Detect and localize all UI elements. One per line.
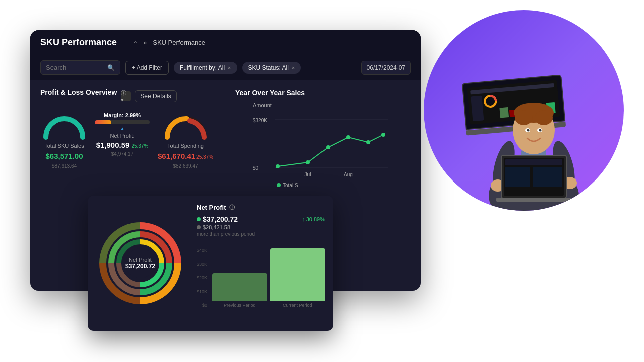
margin-triangle-icon: ▲: [120, 126, 124, 131]
svg-point-5: [306, 160, 310, 164]
bar-prev-fill: [212, 273, 267, 301]
person-circle: [424, 10, 624, 211]
net-profit-value: $1,900.59: [96, 141, 130, 149]
net-profit-popup-title: Net Profit ⓘ: [197, 204, 325, 211]
date-range-badge[interactable]: 06/17/2024-07: [361, 61, 411, 75]
y-label-0: $0: [197, 303, 207, 308]
filter-chip-sku-label: SKU Status: All: [248, 64, 289, 71]
total-spending-value: $61,670.41: [158, 152, 195, 160]
breadcrumb-current: SKU Performance: [153, 39, 205, 46]
scene: SKU Performance ⌂ » SKU Performance 🔍 + …: [0, 0, 644, 362]
current-profit-dot: [197, 217, 201, 221]
dashboard-title: SKU Performance: [40, 37, 117, 48]
bar-current-period: Current Period: [270, 248, 325, 308]
total-spending-pct: 25.37%: [196, 154, 213, 160]
margin-bar: [95, 120, 150, 124]
yoy-chart-svg: Amount $320K $0: [235, 97, 411, 198]
search-icon: 🔍: [107, 64, 115, 71]
svg-text:$320K: $320K: [253, 118, 267, 123]
info-icon-small: ⓘ: [229, 204, 235, 211]
filter-chip-fulfillment[interactable]: Fulfillment by: All ×: [174, 62, 237, 74]
donut-section: Net Profit $37,200.72: [88, 196, 193, 331]
svg-point-9: [381, 133, 385, 137]
search-input[interactable]: [46, 64, 103, 71]
prev-profit-dot: [197, 225, 201, 229]
svg-point-26: [535, 110, 553, 125]
prev-profit-amount: $28,421.58: [203, 224, 230, 230]
filter-chip-fulfillment-label: Fulfillment by: All: [180, 64, 225, 71]
svg-rect-39: [533, 167, 562, 187]
bar-prev-label: Previous Period: [224, 303, 256, 308]
total-spending-sub: $82,639.47: [173, 163, 198, 169]
net-profit-popup: Net Profit $37,200.72 Net Profit ⓘ $37,2…: [88, 196, 333, 331]
current-profit-pct: ↑ 30.89%: [302, 216, 325, 222]
bar-curr-label: Current Period: [283, 303, 312, 308]
person-svg: [424, 10, 624, 211]
y-label-40k: $40K: [197, 248, 207, 253]
margin-bar-fill: [95, 120, 111, 124]
y-axis: $40K $30K $20K $10K $0: [197, 248, 207, 308]
svg-rect-38: [505, 167, 530, 187]
total-sku-sub: $87,613.64: [52, 163, 77, 169]
total-spending-gauge: Total Spending $61,670.41 25.37% $82,639…: [158, 112, 213, 169]
donut-center-title: Net Profit: [125, 257, 155, 263]
bar-chart-container: $40K $30K $20K $10K $0 Previous Period C…: [197, 243, 325, 308]
svg-point-30: [539, 129, 542, 132]
home-icon[interactable]: ⌂: [133, 39, 137, 47]
filter-chip-fulfillment-close[interactable]: ×: [228, 65, 231, 71]
y-label-10k: $10K: [197, 289, 207, 294]
net-profit-label: Net Profit:: [110, 133, 135, 139]
total-sku-value: $63,571.00: [45, 152, 83, 160]
bar-previous-period: Previous Period: [212, 273, 267, 308]
svg-rect-37: [505, 159, 562, 165]
svg-text:Jul: Jul: [305, 172, 311, 177]
svg-point-4: [276, 164, 280, 168]
svg-text:Total S: Total S: [283, 183, 298, 188]
yoy-title: Year Over Year Sales: [235, 89, 305, 97]
bar-curr-fill: [270, 248, 325, 301]
prev-profit-row: $28,421.58: [197, 224, 325, 230]
donut-center-label: Net Profit $37,200.72: [125, 257, 155, 270]
total-sku-sales-gauge: Total SKU Sales $63,571.00 $87,613.64: [42, 112, 87, 169]
margin-net-profit: Margin: 2.99% ▲ Net Profit: $1,900.59 25…: [95, 112, 150, 157]
filter-bar: 🔍 + Add Filter Fulfillment by: All × SKU…: [30, 55, 421, 80]
yoy-amount-label: Amount: [253, 102, 272, 108]
profit-note: more than previous period: [197, 231, 325, 237]
bar-section: Net Profit ⓘ $37,200.72 ↑ 30.89% $28,421…: [193, 196, 333, 331]
svg-point-8: [366, 140, 370, 144]
svg-point-25: [515, 110, 533, 125]
filter-chip-sku-status[interactable]: SKU Status: All ×: [242, 62, 301, 74]
y-label-30k: $30K: [197, 262, 207, 267]
header-divider: [125, 38, 125, 48]
search-box[interactable]: 🔍: [40, 60, 120, 75]
info-button[interactable]: ⓘ ▾: [121, 91, 131, 101]
svg-rect-40: [496, 198, 571, 202]
breadcrumb-separator: »: [144, 39, 147, 46]
y-label-20k: $20K: [197, 275, 207, 280]
see-details-button[interactable]: See Details: [135, 90, 176, 102]
yoy-chart-area: Amount $320K $0: [235, 97, 411, 188]
margin-label: Margin: 2.99%: [104, 112, 141, 118]
dashboard-header: SKU Performance ⌂ » SKU Performance: [30, 30, 421, 55]
svg-point-12: [277, 183, 281, 187]
donut-chart-wrapper: Net Profit $37,200.72: [98, 221, 183, 306]
current-profit-row: $37,200.72 ↑ 30.89%: [197, 215, 325, 223]
filter-chip-sku-close[interactable]: ×: [292, 65, 295, 71]
svg-point-6: [326, 145, 330, 149]
total-sku-label: Total SKU Sales: [44, 143, 84, 149]
svg-text:$0: $0: [253, 165, 259, 171]
gauges-row: Total SKU Sales $63,571.00 $87,613.64 Ma…: [40, 112, 215, 169]
panel-title-row: Profit & Loss Overview ⓘ ▾ See Details: [40, 88, 215, 104]
add-filter-button[interactable]: + Add Filter: [125, 61, 169, 75]
svg-point-7: [346, 135, 350, 139]
total-spending-svg: [163, 112, 208, 140]
svg-text:Aug: Aug: [344, 172, 353, 177]
total-spending-label: Total Spending: [167, 143, 204, 149]
donut-center-value: $37,200.72: [125, 263, 155, 270]
current-profit-amount: $37,200.72: [203, 215, 238, 223]
net-profit-pct: 25.37%: [131, 143, 148, 149]
svg-point-29: [527, 129, 530, 132]
net-profit-sub: $4,974.17: [111, 151, 134, 157]
total-sku-sales-svg: [42, 112, 87, 140]
profit-loss-title: Profit & Loss Overview: [40, 88, 117, 96]
